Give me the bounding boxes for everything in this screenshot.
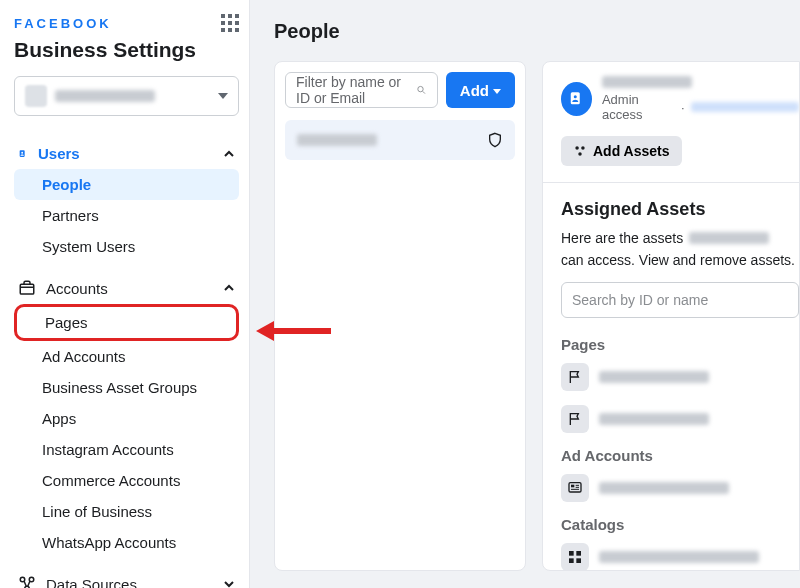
search-icon [416,82,427,98]
nav-item-system-users[interactable]: System Users [14,231,239,262]
filter-placeholder: Filter by name or ID or Email [296,74,416,106]
asset-search-placeholder: Search by ID or name [572,292,708,308]
accounts-icon [18,279,36,297]
svg-point-6 [418,86,423,91]
svg-rect-2 [20,284,34,294]
svg-point-10 [581,146,585,150]
assigned-assets-description: Here are the assets can access. View and… [561,230,799,268]
asset-name [599,551,759,563]
add-button[interactable]: Add [446,72,515,108]
nav-item-business-asset-groups[interactable]: Business Asset Groups [14,372,239,403]
asset-row[interactable] [561,543,799,571]
svg-point-8 [574,95,577,98]
category-pages: Pages [561,336,799,353]
user-header: Admin access · [561,76,799,122]
business-selector[interactable] [14,76,239,116]
caret-down-icon [493,89,501,94]
caret-down-icon [218,93,228,99]
nav-item-people[interactable]: People [14,169,239,200]
main-content: People Filter by name or ID or Email Add [250,0,800,588]
people-list-panel: Filter by name or ID or Email Add [274,61,526,571]
nav-section-accounts-label: Accounts [46,280,108,297]
add-assets-icon [573,144,587,158]
nav-section-accounts[interactable]: Accounts [14,272,239,304]
user-name [602,76,692,88]
main-title: People [274,20,800,43]
shield-icon [487,132,503,148]
asset-name [599,371,709,383]
assigned-assets-heading: Assigned Assets [561,199,799,220]
nav-item-line-of-business[interactable]: Line of Business [14,496,239,527]
asset-name [599,482,729,494]
data-sources-icon [18,575,36,588]
asset-row[interactable] [561,363,799,391]
chevron-up-icon [223,148,235,160]
chevron-down-icon [223,578,235,588]
flag-icon [561,363,589,391]
facebook-brand: FACEBOOK [14,16,112,31]
sidebar-nav: Users People Partners System Users Accou… [14,138,239,588]
add-button-label: Add [460,82,489,99]
business-name [55,90,155,102]
nav-item-pages[interactable]: Pages [14,304,239,341]
nav-section-users[interactable]: Users [14,138,239,169]
asset-row[interactable] [561,474,799,502]
svg-rect-15 [576,551,581,556]
nav-item-commerce-accounts[interactable]: Commerce Accounts [14,465,239,496]
svg-rect-16 [569,558,574,563]
chevron-up-icon [223,282,235,294]
page-title: Business Settings [14,38,239,62]
nav-section-data-sources[interactable]: Data Sources [14,568,239,588]
svg-rect-12 [569,483,581,492]
svg-point-9 [575,146,579,150]
nav-section-data-sources-label: Data Sources [46,576,137,589]
category-catalogs: Catalogs [561,516,799,533]
person-row[interactable] [285,120,515,160]
sidebar: FACEBOOK Business Settings Users People … [0,0,250,588]
asset-row[interactable] [561,405,799,433]
asset-search-input[interactable]: Search by ID or name [561,282,799,318]
svg-point-11 [578,152,582,156]
users-icon [18,149,28,159]
nav-section-users-label: Users [38,145,80,162]
access-level: Admin access [602,92,675,122]
nav-item-partners[interactable]: Partners [14,200,239,231]
nav-item-apps[interactable]: Apps [14,403,239,434]
asset-name [599,413,709,425]
person-detail-panel: Admin access · Add Assets Assigned Asset… [542,61,800,571]
svg-point-1 [21,151,23,153]
avatar [561,82,592,116]
add-assets-label: Add Assets [593,143,670,159]
nav-item-whatsapp-accounts[interactable]: WhatsApp Accounts [14,527,239,558]
svg-rect-17 [576,558,581,563]
person-name [297,134,377,146]
svg-rect-14 [569,551,574,556]
user-email [691,102,799,112]
svg-rect-13 [571,485,574,488]
business-logo [25,85,47,107]
ad-account-icon [561,474,589,502]
add-assets-button[interactable]: Add Assets [561,136,682,166]
filter-input[interactable]: Filter by name or ID or Email [285,72,438,108]
apps-grid-icon[interactable] [221,14,239,32]
flag-icon [561,405,589,433]
nav-item-ad-accounts[interactable]: Ad Accounts [14,341,239,372]
catalog-icon [561,543,589,571]
category-ad-accounts: Ad Accounts [561,447,799,464]
nav-item-instagram-accounts[interactable]: Instagram Accounts [14,434,239,465]
